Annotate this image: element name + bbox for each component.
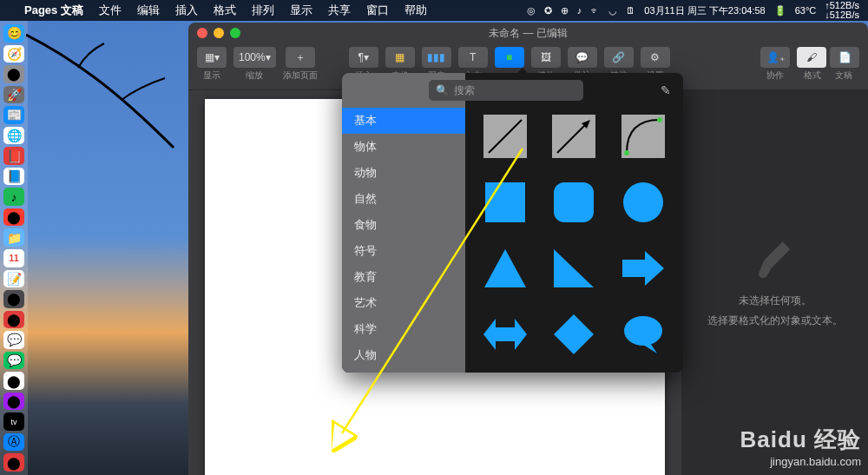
dock-safari-icon[interactable]: 🧭: [3, 45, 24, 63]
close-button[interactable]: [197, 28, 207, 38]
svg-line-1: [557, 123, 587, 153]
dock-app-icon[interactable]: ⬤: [3, 208, 24, 227]
svg-marker-8: [484, 249, 526, 287]
pages-window: 未命名 — 已编辑 ▦▾ 显示 100% ▾ 缩放 ＋ 添加页面 ¶▾ 插入 ▦…: [188, 23, 868, 475]
category-animals[interactable]: 动物: [342, 160, 465, 186]
menu-edit[interactable]: 编辑: [137, 3, 160, 18]
category-people[interactable]: 人物: [342, 342, 465, 368]
dock-folder-icon[interactable]: 📁: [3, 228, 24, 247]
media-button[interactable]: 🖼: [531, 47, 561, 68]
collab-button[interactable]: 👤₊: [760, 47, 790, 68]
dock-app-icon[interactable]: 📕: [3, 147, 24, 165]
status-datetime[interactable]: 03月11日 周三 下午23:04:58: [644, 4, 765, 17]
dock-finder-icon[interactable]: 😊: [3, 24, 24, 43]
menu-share[interactable]: 共享: [328, 3, 351, 18]
minimize-button[interactable]: [214, 28, 224, 38]
watermark-url: jingyan.baidu.com: [740, 455, 861, 468]
status-icon[interactable]: ♪: [577, 5, 582, 16]
document-button[interactable]: 📄: [830, 47, 859, 68]
menu-help[interactable]: 帮助: [404, 3, 427, 18]
chart-button[interactable]: ▮▮▮: [422, 47, 451, 68]
shape-category-list: 基本 物体 动物 自然 食物 符号 教育 艺术 科学 人物 地点 活动: [342, 73, 465, 373]
comment-button[interactable]: 💬: [568, 47, 597, 68]
app-name[interactable]: Pages 文稿: [24, 3, 83, 18]
search-icon: 🔍: [436, 84, 449, 96]
link-button[interactable]: 🔗: [604, 47, 634, 68]
status-icon[interactable]: ✪: [544, 5, 552, 16]
category-objects[interactable]: 物体: [342, 134, 465, 160]
shape-rounded-square[interactable]: [552, 181, 595, 224]
svg-rect-5: [485, 182, 525, 222]
maximize-button[interactable]: [230, 28, 240, 38]
menu-arrange[interactable]: 排列: [252, 3, 274, 18]
status-icon[interactable]: ◎: [527, 5, 536, 16]
date-icon: 🗓︎: [626, 5, 635, 16]
svg-point-3: [624, 150, 629, 155]
shape-circle[interactable]: [621, 181, 665, 224]
shape-double-arrow[interactable]: [483, 313, 527, 356]
add-page-button[interactable]: ＋: [286, 47, 315, 68]
tree-branch-decoration: [26, 26, 182, 156]
category-places[interactable]: 地点: [342, 368, 465, 373]
menu-insert[interactable]: 插入: [175, 3, 198, 18]
dock-appletv-icon[interactable]: tv: [3, 412, 24, 431]
dock-app-icon[interactable]: ⬤: [3, 453, 24, 472]
dock-podcasts-icon[interactable]: ⬤: [3, 393, 24, 411]
settings-button[interactable]: ⚙: [641, 47, 670, 68]
menu-file[interactable]: 文件: [99, 3, 122, 18]
format-button[interactable]: 🖌: [797, 47, 826, 68]
category-food[interactable]: 食物: [342, 212, 465, 238]
dock-app-icon[interactable]: ⬤: [3, 311, 24, 329]
brush-icon: [753, 238, 798, 283]
view-button[interactable]: ▦▾: [197, 47, 227, 68]
dock-appstore-icon[interactable]: Ⓐ: [3, 433, 24, 452]
dock-app-icon[interactable]: 📘: [3, 168, 24, 186]
dock-app-icon[interactable]: 💬: [3, 331, 24, 349]
dock-app-icon[interactable]: ⬤: [3, 65, 24, 83]
dock-wechat-icon[interactable]: 💬: [3, 352, 24, 370]
dock-app-icon[interactable]: ⬤: [3, 290, 24, 308]
shape-speech-bubble[interactable]: [621, 313, 665, 356]
net-down: ↓512B/s: [825, 10, 859, 20]
dock-notes-icon[interactable]: 📝: [3, 270, 24, 288]
menu-view[interactable]: 显示: [290, 3, 312, 18]
dock-chrome-icon[interactable]: 🌐: [3, 127, 24, 145]
category-science[interactable]: 科学: [342, 316, 465, 342]
shape-right-triangle[interactable]: [552, 247, 595, 290]
svg-marker-14: [643, 343, 657, 353]
dock-launchpad-icon[interactable]: 🚀: [3, 86, 24, 104]
menu-format[interactable]: 格式: [214, 3, 236, 18]
inspector-empty-line2: 选择要格式化的对象或文本。: [707, 313, 843, 328]
category-education[interactable]: 教育: [342, 264, 465, 290]
menu-window[interactable]: 窗口: [366, 3, 389, 18]
category-basic[interactable]: 基本: [342, 108, 465, 134]
dock-app-icon[interactable]: 📰: [3, 106, 24, 124]
shape-curve[interactable]: [621, 115, 665, 158]
insert-button[interactable]: ¶▾: [349, 47, 378, 68]
zoom-select[interactable]: 100% ▾: [233, 47, 276, 68]
battery-icon[interactable]: 🔋: [774, 5, 786, 16]
shape-arrow-right[interactable]: [621, 247, 665, 290]
shape-arrow-line[interactable]: [552, 115, 595, 158]
shape-triangle[interactable]: [483, 247, 527, 290]
status-icon[interactable]: ᯤ: [590, 5, 600, 16]
shape-square[interactable]: [483, 181, 527, 224]
dock-calendar-icon[interactable]: 11: [3, 249, 24, 267]
dock-app-icon[interactable]: ⬤: [3, 372, 24, 390]
category-symbols[interactable]: 符号: [342, 238, 465, 264]
doc-label: 文稿: [835, 69, 852, 82]
pen-tool-icon[interactable]: ✎: [661, 83, 671, 97]
shape-line[interactable]: [483, 115, 527, 158]
shape-diamond[interactable]: [552, 313, 595, 356]
status-icon[interactable]: ◡: [608, 5, 617, 16]
status-icon[interactable]: ⊕: [561, 5, 569, 16]
dock-app-icon[interactable]: ♪: [3, 188, 24, 206]
format-label: 格式: [804, 69, 821, 82]
category-nature[interactable]: 自然: [342, 186, 465, 212]
window-titlebar[interactable]: 未命名 — 已编辑: [188, 23, 868, 43]
category-art[interactable]: 艺术: [342, 290, 465, 316]
table-button[interactable]: ▦: [385, 47, 415, 68]
text-button[interactable]: T: [458, 47, 488, 68]
shapes-search-input[interactable]: 🔍 搜索: [429, 80, 583, 101]
svg-point-7: [623, 182, 663, 222]
